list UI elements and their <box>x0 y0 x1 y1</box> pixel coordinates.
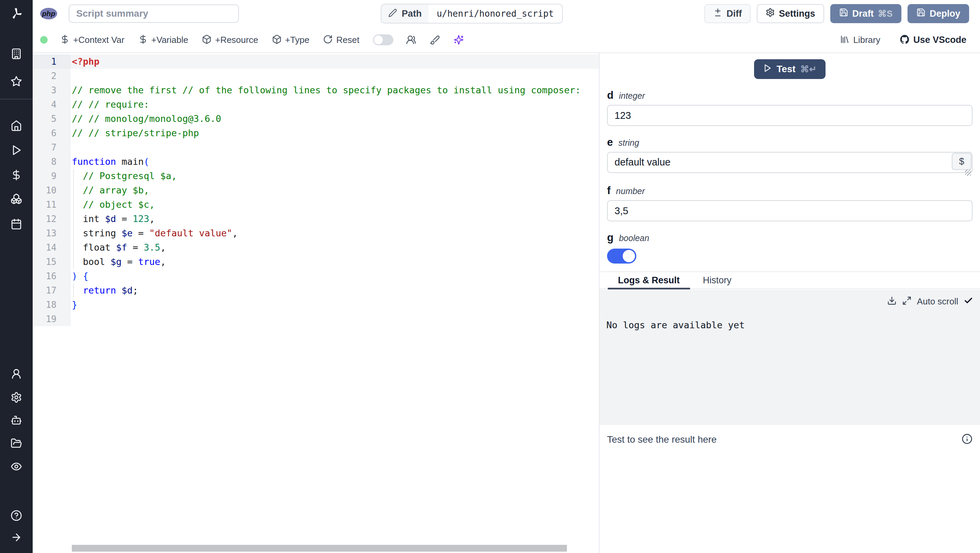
status-green-dot <box>40 36 48 44</box>
php-language-badge: php <box>40 8 57 19</box>
windmill-logo-icon[interactable] <box>8 5 24 22</box>
line-number: 10 <box>33 183 71 198</box>
result-placeholder: Test to see the result here <box>607 434 717 445</box>
field-name: f <box>607 185 611 197</box>
add-resource-button[interactable]: +Resource <box>202 34 258 46</box>
code-line: 1<?php <box>33 54 599 69</box>
add-context-var-button[interactable]: +Context Var <box>60 34 124 46</box>
github-cat-icon <box>899 34 910 46</box>
line-number: 6 <box>33 126 71 140</box>
deploy-button-label: Deploy <box>930 8 960 19</box>
save-icon <box>916 8 926 19</box>
line-number: 11 <box>33 198 71 212</box>
help-icon[interactable] <box>8 507 24 524</box>
reset-label: Reset <box>336 35 360 45</box>
add-resource-label: +Resource <box>215 35 258 45</box>
draft-button[interactable]: Draft ⌘S <box>830 4 901 23</box>
add-variable-button[interactable]: +Variable <box>138 34 189 46</box>
field-name: g <box>607 231 614 244</box>
play-icon <box>763 64 772 75</box>
tab-history[interactable]: History <box>693 272 742 289</box>
code-editor[interactable]: 1<?php23// remove the first // of the fo… <box>33 53 600 553</box>
path-value: u/henri/honored_script <box>428 5 562 23</box>
settings-gear-icon[interactable] <box>8 389 24 406</box>
home-icon[interactable] <box>8 118 24 134</box>
code-line: 9 // Postgresql $a, <box>33 169 599 183</box>
no-logs-message: No logs are available yet <box>606 320 745 330</box>
field-input-e[interactable]: default value <box>607 152 972 173</box>
code-line: 13 string $e = "default value", <box>33 226 599 241</box>
logs-tabs: Logs & Result History <box>600 272 980 289</box>
field-toggle-g[interactable] <box>607 249 636 264</box>
line-number: 16 <box>33 269 71 283</box>
editor-toolbar: +Context Var +Variable +Resource +Type R… <box>33 27 980 53</box>
line-number: 15 <box>33 255 71 269</box>
package-icon <box>272 34 282 46</box>
folders-icon[interactable] <box>8 435 24 451</box>
code-line: 16) { <box>33 269 599 283</box>
expand-logs-icon[interactable] <box>902 296 912 307</box>
users-icon[interactable] <box>404 32 418 47</box>
expand-sidebar-arrow-icon[interactable] <box>8 529 24 545</box>
info-icon[interactable] <box>962 433 972 445</box>
schedules-calendar-icon[interactable] <box>8 216 24 232</box>
horizontal-scrollbar[interactable] <box>72 545 567 551</box>
field-label-d: d integer <box>607 89 972 102</box>
script-path-widget[interactable]: Path u/henri/honored_script <box>381 4 563 24</box>
tab-logs-result[interactable]: Logs & Result <box>608 272 690 289</box>
indent-guide <box>73 283 74 298</box>
indent-guide <box>73 169 74 269</box>
resize-grip[interactable] <box>965 170 971 176</box>
line-number: 9 <box>33 169 71 183</box>
code-line: 12 int $d = 123, <box>33 212 599 226</box>
download-logs-icon[interactable] <box>887 296 897 307</box>
preview-panel: Test ⌘↵ d integer e string default value… <box>600 53 980 553</box>
draft-button-label: Draft <box>853 8 874 19</box>
result-area: Test to see the result here <box>600 424 980 553</box>
field-type: integer <box>619 91 645 101</box>
user-icon[interactable] <box>8 366 24 382</box>
resources-boxes-icon[interactable] <box>8 191 24 207</box>
line-number: 18 <box>33 298 71 312</box>
diff-button[interactable]: Diff <box>705 4 751 23</box>
pencil-icon <box>388 8 397 19</box>
field-label-f: f number <box>607 185 972 197</box>
field-name: e <box>607 136 613 148</box>
field-name: d <box>607 89 614 102</box>
code-line: 11 // object $c, <box>33 198 599 212</box>
line-number: 8 <box>33 155 71 169</box>
test-shortcut: ⌘↵ <box>800 64 817 75</box>
field-input-f[interactable] <box>607 200 972 222</box>
insert-variable-button[interactable]: $ <box>952 153 972 170</box>
runs-play-icon[interactable] <box>8 142 24 158</box>
field-type: number <box>616 186 645 196</box>
format-brush-icon[interactable] <box>427 32 442 47</box>
logs-panel: Auto scroll No logs are available yet <box>600 290 980 424</box>
ai-sparkles-icon[interactable] <box>451 32 466 47</box>
auto-scroll-check-icon[interactable] <box>964 296 973 307</box>
deploy-button[interactable]: Deploy <box>907 4 969 23</box>
audit-eye-icon[interactable] <box>8 458 24 475</box>
save-icon <box>839 8 848 19</box>
script-summary-input[interactable] <box>69 5 239 23</box>
field-input-d[interactable] <box>607 105 972 126</box>
variables-dollar-icon[interactable] <box>8 167 24 183</box>
test-args-form: Test ⌘↵ d integer e string default value… <box>600 53 980 271</box>
add-type-button[interactable]: +Type <box>272 34 310 46</box>
use-vscode-button[interactable]: Use VScode <box>899 34 966 46</box>
workers-robot-icon[interactable] <box>8 412 24 429</box>
test-button[interactable]: Test ⌘↵ <box>754 59 825 79</box>
favorites-star-icon[interactable] <box>8 73 24 89</box>
settings-button[interactable]: Settings <box>757 4 824 23</box>
field-type: boolean <box>619 233 649 243</box>
line-number: 13 <box>33 226 71 241</box>
reset-button[interactable]: Reset <box>323 34 360 46</box>
settings-button-label: Settings <box>779 8 815 19</box>
workspace-building-icon[interactable] <box>8 46 24 62</box>
line-number: 5 <box>33 112 71 126</box>
library-label: Library <box>853 35 880 45</box>
library-button[interactable]: Library <box>840 34 880 46</box>
code-line: 8function main( <box>33 155 599 169</box>
assistant-toggle[interactable] <box>373 34 393 45</box>
diff-button-label: Diff <box>727 8 742 19</box>
